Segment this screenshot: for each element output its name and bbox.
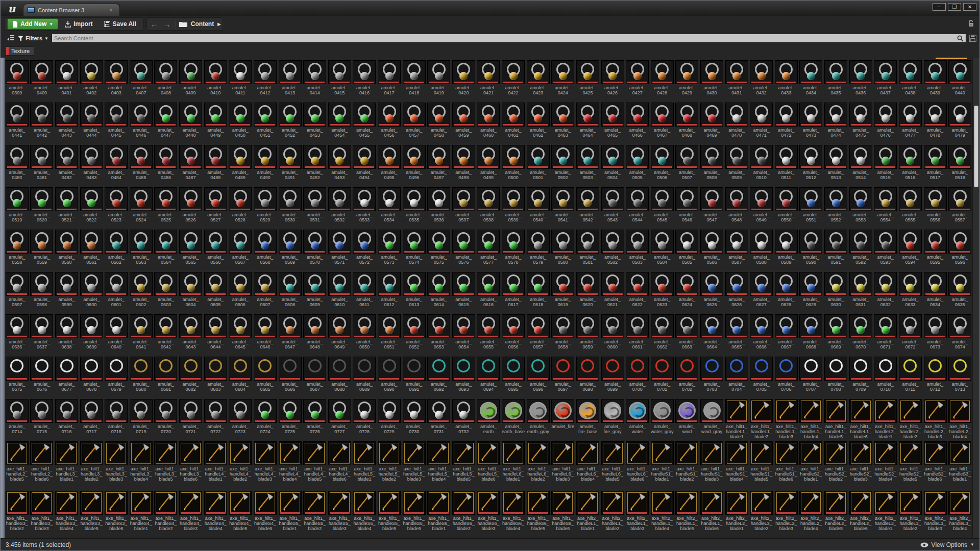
asset-tile[interactable]: amulet_​0650 xyxy=(352,313,377,355)
asset-tile[interactable]: amulet_​0558 xyxy=(5,228,30,270)
asset-tile[interactable]: amulet_​0418 xyxy=(402,59,427,101)
asset-tile[interactable]: amulet_​0542 xyxy=(575,186,600,228)
asset-tile[interactable]: amulet_​0538 xyxy=(476,186,501,228)
asset-tile[interactable]: amulet_​0507 xyxy=(675,143,700,186)
close-button[interactable]: ✕ xyxy=(963,3,976,11)
asset-tile[interactable]: axe_​hilt1_​handleL5_​blade3 xyxy=(402,440,427,489)
asset-tile[interactable]: amulet_​0416 xyxy=(352,59,377,101)
asset-tile[interactable]: amulet_​0636 xyxy=(5,313,30,355)
asset-tile[interactable]: amulet_​0549 xyxy=(749,186,774,228)
asset-tile[interactable]: amulet_​0622 xyxy=(625,270,650,313)
asset-tile[interactable]: amulet_​0432 xyxy=(749,59,774,101)
asset-tile[interactable]: amulet_​0720 xyxy=(154,397,179,440)
asset-tile[interactable]: amulet_​0527 xyxy=(203,186,228,228)
asset-tile[interactable]: axe_​hilt2_​handleL2_​blade2 xyxy=(749,489,774,538)
asset-tile[interactable]: amulet_​0648 xyxy=(302,313,327,355)
asset-tile[interactable]: amulet_​0480 xyxy=(5,143,30,186)
asset-tile[interactable]: amulet_​0551 xyxy=(799,186,824,228)
asset-tile[interactable]: axe_​hilt1_​handleS4_​blade5 xyxy=(228,489,253,538)
asset-tile[interactable]: amulet_​0562 xyxy=(104,228,129,270)
asset-tile[interactable]: amulet_​0458 xyxy=(426,101,451,143)
asset-tile[interactable]: amulet_​earth_​base xyxy=(501,397,526,440)
asset-tile[interactable]: amulet_​0671 xyxy=(873,313,898,355)
restore-button[interactable]: ❐ xyxy=(948,3,961,11)
asset-tile[interactable]: amulet_​0495 xyxy=(377,143,402,186)
asset-tile[interactable]: amulet_​0620 xyxy=(575,270,600,313)
asset-tile[interactable]: axe_​hilt2_​handleL2_​blade6 xyxy=(848,489,873,538)
asset-tile[interactable]: amulet_​earth xyxy=(476,397,501,440)
asset-tile[interactable]: amulet_​0457 xyxy=(402,101,427,143)
asset-tile[interactable]: amulet_​0595 xyxy=(923,228,948,270)
asset-tile[interactable]: amulet_​0675 xyxy=(5,355,30,397)
asset-tile[interactable]: axe_​hilt1_​handleL2_​blade2 xyxy=(898,397,923,440)
asset-tile[interactable]: axe_​hilt1_​handleS5_​blade2 xyxy=(302,489,327,538)
asset-tile[interactable]: amulet_​0545 xyxy=(650,186,675,228)
asset-tile[interactable]: amulet_​0723 xyxy=(228,397,253,440)
asset-tile[interactable]: amulet_​0591 xyxy=(823,228,848,270)
asset-tile[interactable]: amulet_​0597 xyxy=(5,270,30,313)
asset-tile[interactable]: axe_​hilt2_​handleL3_​blade2 xyxy=(898,489,923,538)
asset-tile[interactable]: amulet_​0609 xyxy=(302,270,327,313)
asset-tile[interactable]: amulet_​0444 xyxy=(79,101,104,143)
tab-content-browser[interactable]: Content Browser 3 × xyxy=(23,4,120,16)
save-all-button[interactable]: Save All xyxy=(100,18,141,30)
asset-tile[interactable]: amulet_​0451 xyxy=(253,101,278,143)
asset-tile[interactable]: axe_​hilt1_​handleL4_​blade6 xyxy=(327,440,352,489)
view-options-button[interactable]: View Options ▼ xyxy=(920,541,974,548)
asset-tile[interactable]: amulet_​0654 xyxy=(451,313,476,355)
asset-tile[interactable]: amulet_​0619 xyxy=(551,270,576,313)
asset-tile[interactable]: amulet_​0569 xyxy=(278,228,303,270)
asset-tile[interactable]: amulet_​0724 xyxy=(253,397,278,440)
asset-tile[interactable]: amulet_​0468 xyxy=(675,101,700,143)
asset-tile[interactable]: axe_​hilt2_​handleL2_​blade3 xyxy=(774,489,799,538)
asset-tile[interactable]: amulet_​0665 xyxy=(724,313,749,355)
asset-tile[interactable]: axe_​hilt1_​handleL5_​blade2 xyxy=(377,440,402,489)
asset-tile[interactable]: amulet_​0731 xyxy=(426,397,451,440)
asset-tile[interactable]: amulet_​0487 xyxy=(178,143,203,186)
asset-tile[interactable]: amulet_​0717 xyxy=(79,397,104,440)
asset-tile[interactable]: axe_​hilt1_​handleL1_​blade6 xyxy=(848,397,873,440)
asset-tile[interactable]: amulet_​0460 xyxy=(476,101,501,143)
asset-tile[interactable]: amulet_​0611 xyxy=(352,270,377,313)
asset-tile[interactable]: amulet_​fire_​base xyxy=(575,397,600,440)
asset-tile[interactable]: amulet_​0605 xyxy=(203,270,228,313)
asset-tile[interactable]: amulet_​0598 xyxy=(30,270,55,313)
asset-tile[interactable]: amulet_​0568 xyxy=(253,228,278,270)
asset-tile[interactable]: amulet_​0401 xyxy=(54,59,79,101)
asset-tile[interactable]: amulet_​0548 xyxy=(724,186,749,228)
asset-tile[interactable]: axe_​hilt1_​handleS1_​blade6 xyxy=(774,440,799,489)
asset-tile[interactable]: amulet_​0504 xyxy=(600,143,625,186)
asset-tile[interactable]: amulet_​0649 xyxy=(327,313,352,355)
asset-tile[interactable]: amulet_​0465 xyxy=(600,101,625,143)
asset-tile[interactable]: amulet_​0637 xyxy=(30,313,55,355)
asset-tile[interactable]: amulet_​0570 xyxy=(302,228,327,270)
asset-tile[interactable]: amulet_​0429 xyxy=(675,59,700,101)
asset-tile[interactable]: amulet_​0434 xyxy=(799,59,824,101)
asset-tile[interactable]: amulet_​0590 xyxy=(799,228,824,270)
asset-tile[interactable]: amulet_​0456 xyxy=(377,101,402,143)
asset-tile[interactable]: amulet_​0502 xyxy=(551,143,576,186)
asset-tile[interactable]: amulet_​0528 xyxy=(228,186,253,228)
asset-tile[interactable]: amulet_​0599 xyxy=(54,270,79,313)
asset-tile[interactable]: amulet_​0687 xyxy=(302,355,327,397)
asset-tile[interactable]: axe_​hilt1_​handleS5_​blade3 xyxy=(327,489,352,538)
asset-tile[interactable]: amulet_​0615 xyxy=(451,270,476,313)
asset-tile[interactable]: axe_​hilt2_​handleL3_​blade4 xyxy=(947,489,972,538)
asset-tile[interactable]: amulet_​0523 xyxy=(104,186,129,228)
asset-tile[interactable]: amulet_​0534 xyxy=(377,186,402,228)
asset-tile[interactable]: amulet_​0511 xyxy=(774,143,799,186)
asset-tile[interactable]: amulet_​0643 xyxy=(178,313,203,355)
asset-tile[interactable]: amulet_​0540 xyxy=(526,186,551,228)
asset-tile[interactable]: amulet_​0461 xyxy=(501,101,526,143)
asset-tile[interactable]: amulet_​0728 xyxy=(352,397,377,440)
asset-tile[interactable]: amulet_​0474 xyxy=(823,101,848,143)
asset-tile[interactable]: amulet_​0441 xyxy=(5,101,30,143)
asset-tile[interactable]: axe_​hilt1_​handleL6_​blade1 xyxy=(501,440,526,489)
asset-tile[interactable]: amulet_​0581 xyxy=(575,228,600,270)
asset-tile[interactable]: amulet_​0550 xyxy=(774,186,799,228)
asset-tile[interactable]: axe_​hilt1_​handleL5_​blade5 xyxy=(451,440,476,489)
asset-tile[interactable]: amulet_​0571 xyxy=(327,228,352,270)
asset-tile[interactable]: amulet_​0686 xyxy=(278,355,303,397)
asset-tile[interactable]: amulet_​0435 xyxy=(823,59,848,101)
asset-tile[interactable]: amulet_​0713 xyxy=(947,355,972,397)
